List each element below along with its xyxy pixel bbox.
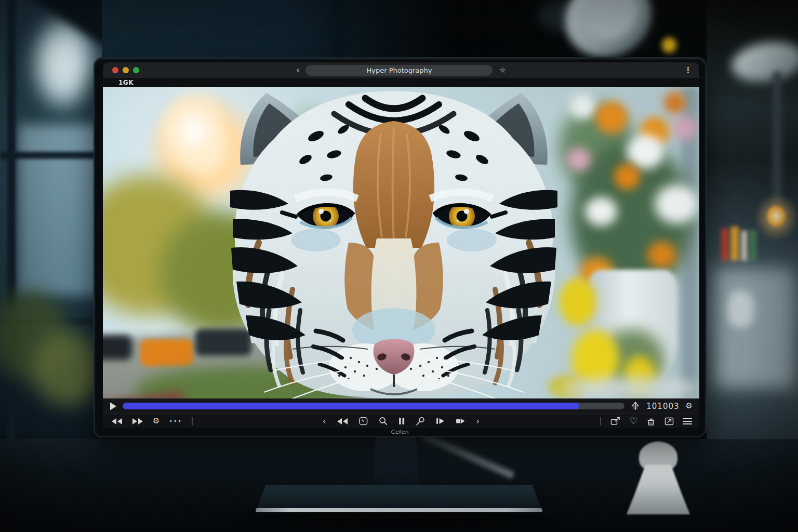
back-icon[interactable]: ‹ [296, 66, 299, 74]
browser-titlebar: ‹ Hyper Photography ☆ ⋮ [103, 62, 699, 78]
next-icon[interactable]: › [476, 417, 480, 425]
settings-gear-icon[interactable]: ⚙ [686, 402, 693, 410]
favorite-heart-icon[interactable]: ♡ [630, 417, 637, 425]
address-title: Hyper Photography [366, 66, 432, 74]
photo-viewer [103, 87, 699, 398]
divider [600, 417, 601, 425]
address-bar[interactable]: Hyper Photography [305, 65, 493, 76]
flag-marker-icon[interactable] [631, 401, 640, 411]
window-menu-icon[interactable]: ⋮ [684, 65, 692, 75]
monitor: ‹ Hyper Photography ☆ ⋮ 1GK [94, 57, 707, 437]
skip-forward-button[interactable] [456, 418, 466, 424]
bookmark-star-icon[interactable]: ☆ [499, 65, 506, 75]
zoom-tool-icon[interactable] [416, 417, 425, 426]
menu-hamburger-icon[interactable] [683, 418, 692, 425]
previous-icon[interactable]: ‹ [323, 417, 326, 425]
zoom-window-button[interactable] [133, 67, 139, 73]
seek-bar[interactable] [123, 403, 624, 409]
fast-forward-button[interactable] [132, 418, 143, 425]
resolution-badge: 1GK [118, 79, 134, 86]
frame-counter: 101003 [646, 402, 679, 411]
search-icon[interactable] [379, 417, 388, 425]
monitor-stand-column [372, 435, 420, 489]
rewind-button[interactable] [111, 418, 123, 425]
play-button[interactable] [110, 402, 116, 410]
ceiling-area [102, 0, 707, 59]
window-wall [0, 0, 102, 450]
more-options-icon[interactable]: ••• [169, 418, 182, 424]
divider [192, 417, 193, 425]
screen: ‹ Hyper Photography ☆ ⋮ 1GK [103, 62, 699, 428]
close-window-button[interactable] [112, 67, 118, 73]
basket-icon[interactable] [646, 417, 656, 426]
light-bulb [767, 206, 786, 227]
progress-fill [123, 403, 579, 409]
controls-row: ⚙ ••• ‹ [103, 414, 699, 428]
pause-button[interactable] [399, 417, 405, 425]
status-strip: 1GK [103, 78, 699, 87]
monitor-stand-base [256, 485, 542, 511]
timer-icon[interactable] [360, 417, 368, 425]
skip-back-button[interactable] [337, 418, 349, 425]
monitor-brand: Cefen [95, 427, 706, 436]
orange-car [140, 339, 193, 366]
scene: ‹ Hyper Photography ☆ ⋮ 1GK [0, 0, 798, 532]
white-pedestal [627, 442, 690, 514]
gear-icon[interactable]: ⚙ [153, 417, 159, 425]
export-icon[interactable] [664, 417, 674, 425]
step-forward-button[interactable] [436, 418, 445, 424]
traffic-lights[interactable] [112, 67, 139, 73]
tiger-image [209, 87, 578, 398]
progress-row: 101003 ⚙ [103, 398, 699, 414]
minimize-window-button[interactable] [123, 67, 129, 73]
share-icon[interactable] [610, 416, 621, 426]
